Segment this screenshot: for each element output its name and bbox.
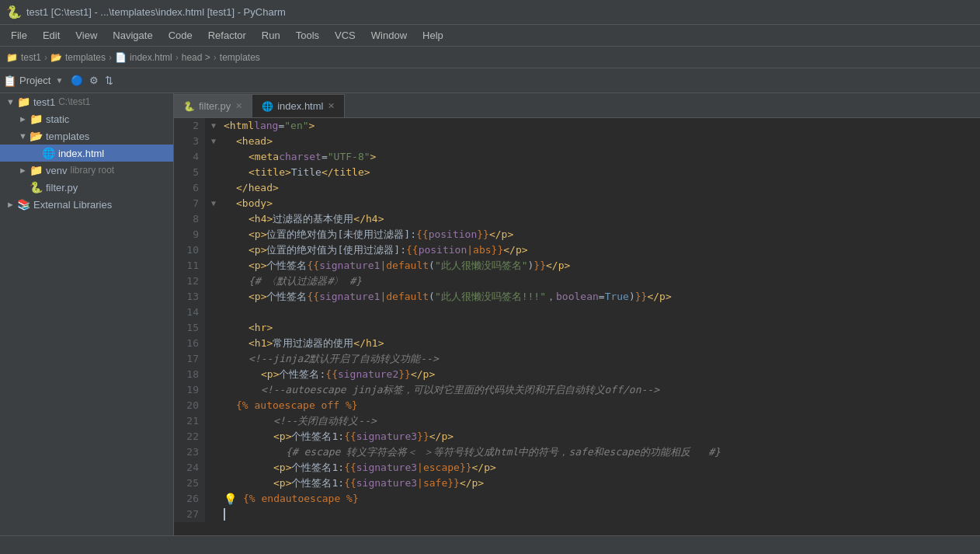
breadcrumb-test1[interactable]: 📁 test1 xyxy=(6,52,41,63)
sidebar-label-static: static xyxy=(46,113,69,125)
breadcrumb-templates2[interactable]: templates xyxy=(220,52,260,63)
toolbar-sort-icon[interactable]: ⇅ xyxy=(105,75,113,86)
fold-3[interactable]: ▼ xyxy=(211,134,224,149)
cursor xyxy=(224,508,225,521)
statusbar xyxy=(0,535,980,554)
menu-item-refactor[interactable]: Refactor xyxy=(200,26,254,44)
menu-item-edit[interactable]: Edit xyxy=(35,26,68,44)
tree-arrow-static: ► xyxy=(19,114,30,124)
menu-item-navigate[interactable]: Navigate xyxy=(105,26,160,44)
code-line-16: <h1>常用过滤器的使用</h1> xyxy=(211,336,980,351)
code-line-21: <!--关闭自动转义--> xyxy=(211,413,980,429)
toolbar-scope-icon[interactable]: 🔵 xyxy=(71,75,83,86)
project-icon: 📋 xyxy=(3,75,16,87)
sidebar-label-test1: test1 xyxy=(33,96,55,108)
breadcrumb-templates[interactable]: 📂 templates xyxy=(50,52,106,63)
line-numbers: 2 3 4 5 6 7 8 9 10 11 12 13 14 15 16 17 xyxy=(174,118,205,522)
code-line-8: <h4>过滤器的基本使用</h4> xyxy=(211,211,980,227)
tab-index-html[interactable]: 🌐 index.html ✕ xyxy=(252,94,345,117)
sidebar-path-test1: C:\test1 xyxy=(58,96,90,107)
lib-icon: 📚 xyxy=(17,198,30,211)
menu-item-window[interactable]: Window xyxy=(363,26,415,44)
toolbar-dropdown-arrow[interactable]: ▼ xyxy=(55,76,63,85)
breadcrumb-index-html[interactable]: 📄 index.html xyxy=(115,52,172,63)
sidebar-label-filter-py: filter.py xyxy=(46,182,78,193)
title-text: test1 [C:\test1] - ...\templates\index.h… xyxy=(26,6,286,18)
code-line-26: 💡 {% endautoescape %} xyxy=(211,491,980,507)
tabs: 🐍 filter.py ✕ 🌐 index.html ✕ xyxy=(174,93,980,118)
code-line-3: ▼ <head> xyxy=(211,134,980,149)
tab-label-filter-py: filter.py xyxy=(199,100,231,112)
menu-item-tools[interactable]: Tools xyxy=(288,26,327,44)
folder-icon-venv: 📁 xyxy=(30,164,43,176)
menu-item-view[interactable]: View xyxy=(68,26,105,44)
tab-close-index-html[interactable]: ✕ xyxy=(328,101,335,111)
code-line-17: <!--jinja2默认开启了自动转义功能--> xyxy=(211,351,980,367)
code-line-11: <p>个性签名{{ signature1 | default("此人很懒没吗签名… xyxy=(211,258,980,274)
code-line-10: <p>位置的绝对值为[使用过滤器]:{{ position | abs }}</… xyxy=(211,242,980,258)
module-icon: 📁 xyxy=(6,52,18,63)
sidebar-label-index-html: index.html xyxy=(58,148,104,159)
html-tab-icon: 🌐 xyxy=(262,101,273,112)
fold-7[interactable]: ▼ xyxy=(211,196,224,211)
sidebar-item-venv[interactable]: ► 📁 venv library root xyxy=(0,162,173,179)
toolbar: 📋 Project ▼ 🔵 ⚙ ⇅ xyxy=(0,68,980,93)
sidebar-item-index-html[interactable]: 🌐 index.html xyxy=(0,145,173,162)
app-icon: 🐍 xyxy=(6,5,22,19)
py-file-icon: 🐍 xyxy=(30,181,43,193)
project-label[interactable]: Project xyxy=(19,75,50,86)
code-line-24: <p>个性签名1:{{ signature3 | escape }}</p> xyxy=(211,460,980,476)
code-line-12: {# 〈默认过滤器#〉 #} xyxy=(211,274,980,289)
titlebar: 🐍 test1 [C:\test1] - ...\templates\index… xyxy=(0,0,980,25)
sidebar-extra-venv: library root xyxy=(70,165,114,176)
code-line-4: <meta charset="UTF-8"> xyxy=(211,149,980,165)
code-line-5: <title>Title</title> xyxy=(211,165,980,180)
sidebar-item-external-libs[interactable]: ► 📚 External Libraries xyxy=(0,196,173,213)
tab-close-filter-py[interactable]: ✕ xyxy=(235,101,242,111)
menu-item-run[interactable]: Run xyxy=(254,26,288,44)
sidebar: ▼ 📁 test1 C:\test1 ► 📁 static ▼ 📂 templa… xyxy=(0,93,174,535)
tab-label-index-html: index.html xyxy=(277,100,323,112)
code-line-9: <p>位置的绝对值为[未使用过滤器]:{{ position }}</p> xyxy=(211,227,980,242)
code-line-22: <p>个性签名1:{{ signature3 }}</p> xyxy=(211,429,980,444)
menu-item-code[interactable]: Code xyxy=(161,26,200,44)
tree-arrow-venv: ► xyxy=(19,166,30,175)
tab-filter-py[interactable]: 🐍 filter.py ✕ xyxy=(174,94,252,117)
tree-arrow-templates: ▼ xyxy=(19,131,30,141)
tree-arrow-test1: ▼ xyxy=(6,97,17,106)
code-line-19: <!--autoescape jinja标签，可以对它里面的代码块关闭和开启自动… xyxy=(211,382,980,398)
code-line-7: ▼ <body> xyxy=(211,196,980,211)
editor[interactable]: 2 3 4 5 6 7 8 9 10 11 12 13 14 15 16 17 xyxy=(174,118,980,535)
menu-item-vcs[interactable]: VCS xyxy=(327,26,363,44)
code-line-27 xyxy=(211,507,980,522)
code-line-23: {# escape 转义字符会将＜ ＞等符号转义成html中的符号，safe和e… xyxy=(211,444,980,460)
code-line-20: {% autoescape off %} xyxy=(211,398,980,413)
code-line-15: <hr> xyxy=(211,320,980,336)
folder-icon-static: 📁 xyxy=(30,113,43,125)
sidebar-item-test1[interactable]: ▼ 📁 test1 C:\test1 xyxy=(0,93,173,110)
menu-item-file[interactable]: File xyxy=(3,26,35,44)
code-line-14 xyxy=(211,305,980,320)
sidebar-item-filter-py[interactable]: 🐍 filter.py xyxy=(0,179,173,196)
breadcrumb-head[interactable]: head > xyxy=(182,52,210,63)
sidebar-label-external-libs: External Libraries xyxy=(33,199,112,211)
main-layout: ▼ 📁 test1 C:\test1 ► 📁 static ▼ 📂 templa… xyxy=(0,93,980,535)
toolbar-gear-icon[interactable]: ⚙ xyxy=(89,75,99,86)
menu-item-help[interactable]: Help xyxy=(415,26,451,44)
lightbulb-icon[interactable]: 💡 xyxy=(224,491,237,507)
py-tab-icon: 🐍 xyxy=(183,101,195,112)
sidebar-label-templates: templates xyxy=(46,131,89,142)
menubar: FileEditViewNavigateCodeRefactorRunTools… xyxy=(0,25,980,47)
html-icon: 📄 xyxy=(115,52,127,63)
code-line-25: <p>个性签名1:{{ signature3 | safe }}</p> xyxy=(211,476,980,491)
sidebar-item-templates[interactable]: ▼ 📂 templates xyxy=(0,127,173,145)
breadcrumb: 📁 test1 › 📂 templates › 📄 index.html › h… xyxy=(0,47,980,68)
code-lines[interactable]: ▼ <html lang="en"> ▼ <head> <meta charse… xyxy=(205,118,980,522)
code-line-2: ▼ <html lang="en"> xyxy=(211,118,980,134)
tree-arrow-external: ► xyxy=(6,200,17,209)
code-line-13: <p>个性签名{{ signature1 | default("此人很懒没吗签名… xyxy=(211,289,980,305)
sidebar-item-static[interactable]: ► 📁 static xyxy=(0,110,173,127)
code-line-6: </head> xyxy=(211,180,980,196)
fold-2[interactable]: ▼ xyxy=(211,118,224,134)
html-file-icon: 🌐 xyxy=(42,147,55,159)
